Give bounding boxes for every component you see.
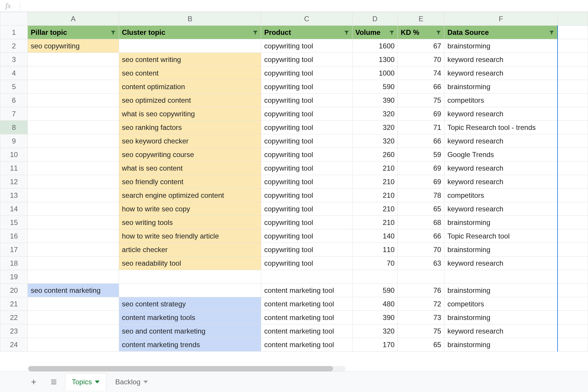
header-cell-B[interactable]: Cluster topic xyxy=(119,26,261,39)
cell-C13[interactable]: copywriting tool xyxy=(261,189,353,202)
cell-E11[interactable]: 69 xyxy=(398,161,444,175)
cell-extra-7[interactable] xyxy=(558,107,588,121)
column-header-F[interactable]: F xyxy=(444,12,558,26)
cell-A24[interactable] xyxy=(28,338,119,352)
cell-B24[interactable]: content marketing trends xyxy=(119,338,261,352)
cell-E6[interactable]: 75 xyxy=(398,94,444,107)
cell-extra-20[interactable] xyxy=(558,284,588,297)
spreadsheet-grid[interactable]: ABCDEF1Pillar topicCluster topicProductV… xyxy=(0,12,588,366)
cell-F7[interactable]: keyword research xyxy=(444,107,558,121)
cell-D6[interactable]: 390 xyxy=(352,94,398,107)
cell-F19[interactable] xyxy=(444,270,558,284)
cell-C2[interactable]: copywriting tool xyxy=(261,39,353,53)
column-header-C[interactable]: C xyxy=(261,12,353,26)
cell-D24[interactable]: 170 xyxy=(352,338,398,352)
cell-B13[interactable]: search engine optimized content xyxy=(119,189,261,202)
row-header-10[interactable]: 10 xyxy=(0,148,28,161)
header-cell-D[interactable]: Volume xyxy=(352,26,398,39)
cell-E16[interactable]: 66 xyxy=(398,229,444,243)
cell-A17[interactable] xyxy=(28,243,119,257)
cell-E22[interactable]: 73 xyxy=(398,311,444,324)
row-header-22[interactable]: 22 xyxy=(0,311,28,324)
row-header-15[interactable]: 15 xyxy=(0,216,28,229)
cell-B15[interactable]: seo writing tools xyxy=(119,216,261,229)
cell-B6[interactable]: seo optimized content xyxy=(119,94,261,107)
cell-B20[interactable] xyxy=(119,284,261,297)
cell-F17[interactable]: brainstorming xyxy=(444,243,558,257)
cell-C20[interactable]: content marketing tool xyxy=(261,284,353,297)
tab-dropdown-icon[interactable] xyxy=(95,378,100,386)
cell-B10[interactable]: seo copywriting course xyxy=(119,148,261,161)
cell-A12[interactable] xyxy=(28,175,119,189)
cell-extra-3[interactable] xyxy=(558,53,588,66)
row-header-16[interactable]: 16 xyxy=(0,229,28,243)
cell-extra-12[interactable] xyxy=(558,175,588,189)
cell-F2[interactable]: brainstorming xyxy=(444,39,558,53)
cell-extra-19[interactable] xyxy=(558,270,588,284)
cell-E3[interactable]: 70 xyxy=(398,53,444,66)
cell-A10[interactable] xyxy=(28,148,119,161)
cell-B9[interactable]: seo keyword checker xyxy=(119,134,261,148)
cell-B11[interactable]: what is seo content xyxy=(119,161,261,175)
cell-E8[interactable]: 71 xyxy=(398,121,444,134)
filter-icon[interactable] xyxy=(343,29,350,36)
cell-F23[interactable]: keyword research xyxy=(444,324,558,338)
cell-E20[interactable]: 76 xyxy=(398,284,444,297)
cell-E24[interactable]: 65 xyxy=(398,338,444,352)
cell-extra-23[interactable] xyxy=(558,324,588,338)
cell-D18[interactable]: 70 xyxy=(352,257,398,270)
cell-A11[interactable] xyxy=(28,161,119,175)
cell-C9[interactable]: copywriting tool xyxy=(261,134,353,148)
cell-A23[interactable] xyxy=(28,324,119,338)
row-header-8[interactable]: 8 xyxy=(0,121,28,134)
cell-extra-22[interactable] xyxy=(558,311,588,324)
cell-D9[interactable]: 320 xyxy=(352,134,398,148)
header-cell-C[interactable]: Product xyxy=(261,26,353,39)
cell-extra-8[interactable] xyxy=(558,121,588,134)
cell-E7[interactable]: 69 xyxy=(398,107,444,121)
cell-E15[interactable]: 68 xyxy=(398,216,444,229)
header-cell-A[interactable]: Pillar topic xyxy=(28,26,119,39)
filter-icon[interactable] xyxy=(548,29,555,36)
cell-B16[interactable]: how to write seo friendly article xyxy=(119,229,261,243)
cell-extra-16[interactable] xyxy=(558,229,588,243)
cell-F22[interactable]: brainstorming xyxy=(444,311,558,324)
cell-C24[interactable]: content marketing tool xyxy=(261,338,353,352)
cell-D15[interactable]: 210 xyxy=(352,216,398,229)
cell-F12[interactable]: keyword research xyxy=(444,175,558,189)
cell-extra-6[interactable] xyxy=(558,94,588,107)
cell-extra-14[interactable] xyxy=(558,202,588,216)
row-header-21[interactable]: 21 xyxy=(0,297,28,311)
cell-C21[interactable]: content marketing tool xyxy=(261,297,353,311)
cell-A7[interactable] xyxy=(28,107,119,121)
cell-B8[interactable]: seo ranking factors xyxy=(119,121,261,134)
cell-C17[interactable]: copywriting tool xyxy=(261,243,353,257)
cell-E17[interactable]: 70 xyxy=(398,243,444,257)
cell-B18[interactable]: seo readability tool xyxy=(119,257,261,270)
cell-extra-15[interactable] xyxy=(558,216,588,229)
cell-A8[interactable] xyxy=(28,121,119,134)
row-header-1[interactable]: 1 xyxy=(0,26,28,39)
column-header-E[interactable]: E xyxy=(398,12,444,26)
filter-icon[interactable] xyxy=(435,29,442,36)
cell-D16[interactable]: 140 xyxy=(352,229,398,243)
cell-A4[interactable] xyxy=(28,66,119,80)
cell-D3[interactable]: 1300 xyxy=(352,53,398,66)
cell-D4[interactable]: 1000 xyxy=(352,66,398,80)
cell-D23[interactable]: 320 xyxy=(352,324,398,338)
header-cell-F[interactable]: Data Source xyxy=(444,26,558,39)
cell-B4[interactable]: seo content xyxy=(119,66,261,80)
cell-D8[interactable]: 320 xyxy=(352,121,398,134)
cell-D10[interactable]: 260 xyxy=(352,148,398,161)
cell-E9[interactable]: 66 xyxy=(398,134,444,148)
cell-B7[interactable]: what is seo copywriting xyxy=(119,107,261,121)
row-header-19[interactable]: 19 xyxy=(0,270,28,284)
row-header-18[interactable]: 18 xyxy=(0,257,28,270)
cell-C10[interactable]: copywriting tool xyxy=(261,148,353,161)
row-header-5[interactable]: 5 xyxy=(0,80,28,94)
cell-F13[interactable]: competitors xyxy=(444,189,558,202)
cell-B2[interactable] xyxy=(119,39,261,53)
cell-D7[interactable]: 320 xyxy=(352,107,398,121)
cell-B14[interactable]: how to write seo copy xyxy=(119,202,261,216)
cell-F21[interactable]: competitors xyxy=(444,297,558,311)
